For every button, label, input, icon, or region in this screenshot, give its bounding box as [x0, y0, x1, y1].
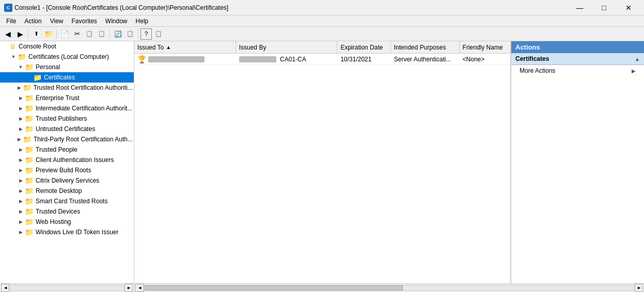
issued-by-blurred: XXX	[239, 56, 276, 62]
expand-remote-desktop[interactable]: ▶	[17, 188, 25, 193]
toolbar-help-button[interactable]: ?	[140, 28, 152, 40]
list-panel: Issued To ▲ Issued By Expiration Date In…	[134, 41, 511, 283]
expand-personal[interactable]: ▼	[17, 64, 25, 70]
menu-action[interactable]: Action	[20, 17, 45, 26]
menu-view[interactable]: View	[46, 17, 68, 26]
right-scroll-right-btn[interactable]: ▶	[635, 284, 643, 292]
cell-issued-by: XXX CA01-CA	[236, 55, 338, 64]
tree-item-console-root[interactable]: 🖥 Console Root	[0, 41, 134, 52]
tree-item-trusted-devices[interactable]: ▶ 📁 Trusted Devices	[0, 206, 134, 217]
tree-label-untrusted-certs: Untrusted Certificates	[36, 125, 95, 133]
expand-preview-build[interactable]: ▶	[17, 168, 25, 173]
tree-label-citrix-delivery: Citrix Delivery Services	[36, 177, 99, 184]
tree-label-smart-card: Smart Card Trusted Roots	[36, 198, 107, 205]
expand-trusted-people[interactable]: ▶	[17, 147, 25, 152]
actions-section-certificates[interactable]: Certificates ▲	[511, 53, 644, 65]
col-header-issued-to[interactable]: Issued To ▲	[134, 41, 236, 53]
actions-item-more-actions[interactable]: More Actions ▶	[511, 65, 644, 76]
app-icon: C	[4, 4, 12, 12]
toolbar-properties-button[interactable]: 📋	[153, 28, 164, 40]
expand-citrix-delivery[interactable]: ▶	[17, 178, 25, 183]
right-area: Issued To ▲ Issued By Expiration Date In…	[134, 41, 644, 283]
menu-window[interactable]: Window	[101, 17, 132, 26]
expand-untrusted-certs[interactable]: ▶	[17, 126, 25, 132]
left-scroll-area: ◀ ▶	[0, 284, 134, 292]
tree-item-enterprise-trust[interactable]: ▶ 📁 Enterprise Trust	[0, 93, 134, 103]
bottom-scrollbars: ◀ ▶ ◀ ▶	[0, 283, 644, 292]
left-scroll-right-btn[interactable]: ▶	[124, 284, 133, 292]
folder-icon-preview-build: 📁	[25, 166, 34, 174]
tree-item-trusted-root[interactable]: ▶ 📁 Trusted Root Certification Authoriti…	[0, 83, 134, 93]
expand-web-hosting[interactable]: ▶	[17, 219, 25, 224]
col-header-issued-by[interactable]: Issued By	[236, 41, 338, 53]
toolbar-forward-button[interactable]: ▶	[14, 28, 26, 40]
expand-trusted-devices[interactable]: ▶	[17, 209, 25, 214]
col-header-purposes[interactable]: Intended Purposes	[391, 41, 460, 53]
tree-item-untrusted-certs[interactable]: ▶ 📁 Untrusted Certificates	[0, 124, 134, 134]
tree-item-client-auth[interactable]: ▶ 📁 Client Authentication Issuers	[0, 155, 134, 165]
tree-item-web-hosting[interactable]: ▶ 📁 Web Hosting	[0, 217, 134, 227]
tree-item-certificates[interactable]: 📁 Certificates	[0, 72, 134, 83]
expand-trusted-publishers[interactable]: ▶	[17, 116, 25, 121]
tree-item-citrix-delivery[interactable]: ▶ 📁 Citrix Delivery Services	[0, 175, 134, 186]
folder-icon-client-auth: 📁	[25, 156, 34, 164]
col-header-friendly[interactable]: Friendly Name	[460, 41, 510, 53]
minimize-button[interactable]: —	[568, 0, 591, 15]
expand-windows-live[interactable]: ▶	[17, 230, 25, 235]
toolbar-separator-2	[56, 29, 57, 39]
expand-client-auth[interactable]: ▶	[17, 157, 25, 163]
close-button[interactable]: ✕	[617, 0, 640, 15]
tree-item-personal[interactable]: ▼ 📁 Personal	[0, 62, 134, 72]
toolbar-copy-button[interactable]: 📋	[84, 28, 95, 40]
tree-item-remote-desktop[interactable]: ▶ 📁 Remote Desktop	[0, 186, 134, 196]
folder-icon-intermediate-ca: 📁	[25, 104, 34, 112]
left-scroll-track[interactable]	[10, 285, 124, 291]
tree-item-trusted-publishers[interactable]: ▶ 📁 Trusted Publishers	[0, 113, 134, 124]
cell-friendly: <None>	[460, 55, 510, 64]
toolbar-cut-button[interactable]: ✂	[71, 28, 83, 40]
col-label-issued-by: Issued By	[239, 44, 266, 51]
tree-label-personal: Personal	[36, 63, 60, 71]
menu-favorites[interactable]: Favorites	[68, 17, 101, 26]
tree-item-preview-build[interactable]: ▶ 📁 Preview Build Roots	[0, 165, 134, 175]
toolbar-folder1-button[interactable]: 📁	[43, 28, 54, 40]
right-scroll-track[interactable]	[144, 285, 634, 291]
list-header: Issued To ▲ Issued By Expiration Date In…	[134, 41, 510, 54]
expand-certs-local[interactable]: ▼	[9, 54, 18, 59]
tree-item-third-party-root[interactable]: ▶ 📁 Third-Party Root Certification Auth.…	[0, 134, 134, 144]
tree-item-intermediate-ca[interactable]: ▶ 📁 Intermediate Certification Authorit.…	[0, 103, 134, 113]
folder-icon-smart-card: 📁	[25, 197, 34, 205]
toolbar-new-button[interactable]: 📄	[59, 28, 70, 40]
table-row[interactable]: 🏆 XXXX XXX CA01-CA 10/31/2021 Server Aut…	[134, 54, 510, 65]
col-header-expiration[interactable]: Expiration Date	[337, 41, 390, 53]
maximize-button[interactable]: □	[592, 0, 616, 15]
menu-file[interactable]: File	[2, 17, 20, 26]
right-scroll-left-btn[interactable]: ◀	[135, 284, 144, 292]
toolbar-paste-button[interactable]: 📋	[96, 28, 107, 40]
expand-smart-card[interactable]: ▶	[17, 199, 25, 204]
toolbar-export-button[interactable]: 📋	[124, 28, 136, 40]
cell-issued-to: 🏆 XXXX	[134, 54, 236, 64]
tree-label-remote-desktop: Remote Desktop	[36, 187, 82, 194]
tree-label-console-root: Console Root	[19, 43, 56, 50]
folder-icon-personal: 📁	[25, 63, 34, 71]
expand-enterprise-trust[interactable]: ▶	[17, 95, 25, 101]
tree-label-preview-build: Preview Build Roots	[36, 167, 91, 174]
toolbar-up-button[interactable]: ⬆	[30, 28, 42, 40]
folder-icon-console-root: 🖥	[9, 42, 17, 51]
tree-item-windows-live[interactable]: ▶ 📁 Windows Live ID Token Issuer	[0, 227, 134, 237]
left-scroll-left-btn[interactable]: ◀	[1, 284, 9, 292]
expand-trusted-root[interactable]: ▶	[17, 85, 23, 90]
toolbar-back-button[interactable]: ◀	[2, 28, 13, 40]
actions-panel-title: Actions	[511, 41, 644, 53]
expand-intermediate-ca[interactable]: ▶	[17, 106, 25, 111]
toolbar-separator-1	[28, 29, 28, 39]
issued-to-blurred: XXXX	[148, 56, 205, 62]
toolbar-refresh-button[interactable]: 🔄	[112, 28, 123, 40]
tree-label-client-auth: Client Authentication Issuers	[36, 156, 114, 164]
tree-item-trusted-people[interactable]: ▶ 📁 Trusted People	[0, 144, 134, 155]
tree-item-certs-local[interactable]: ▼ 📁 Certificates (Local Computer)	[0, 52, 134, 62]
menu-help[interactable]: Help	[132, 17, 153, 26]
tree-item-smart-card[interactable]: ▶ 📁 Smart Card Trusted Roots	[0, 196, 134, 206]
expand-third-party-root[interactable]: ▶	[17, 137, 23, 142]
